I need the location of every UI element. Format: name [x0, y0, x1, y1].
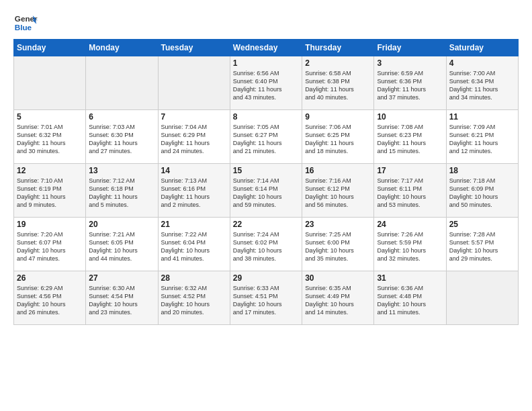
day-cell: 15Sunrise: 7:14 AM Sunset: 6:14 PM Dayli…: [230, 164, 302, 218]
day-cell: 7Sunrise: 7:04 AM Sunset: 6:29 PM Daylig…: [158, 110, 230, 164]
day-number: 3: [377, 58, 443, 68]
day-info: Sunrise: 6:36 AM Sunset: 4:48 PM Dayligh…: [377, 284, 443, 317]
day-cell: 13Sunrise: 7:12 AM Sunset: 6:18 PM Dayli…: [86, 164, 158, 218]
day-number: 7: [161, 112, 227, 122]
day-number: 5: [17, 112, 83, 122]
day-number: 24: [377, 220, 443, 229]
week-row-1: 1Sunrise: 6:56 AM Sunset: 6:40 PM Daylig…: [14, 56, 519, 110]
day-cell: 8Sunrise: 7:05 AM Sunset: 6:27 PM Daylig…: [230, 110, 302, 164]
day-cell: 16Sunrise: 7:16 AM Sunset: 6:12 PM Dayli…: [302, 164, 374, 218]
day-info: Sunrise: 6:56 AM Sunset: 6:40 PM Dayligh…: [233, 69, 299, 102]
day-number: 19: [17, 220, 83, 229]
day-cell: 30Sunrise: 6:35 AM Sunset: 4:49 PM Dayli…: [302, 271, 374, 325]
day-number: 28: [161, 273, 227, 283]
weekday-header-tuesday: Tuesday: [158, 40, 230, 56]
day-cell: 29Sunrise: 6:33 AM Sunset: 4:51 PM Dayli…: [230, 271, 302, 325]
svg-text:Blue: Blue: [15, 23, 32, 32]
day-cell: [446, 271, 518, 325]
day-cell: 1Sunrise: 6:56 AM Sunset: 6:40 PM Daylig…: [230, 56, 302, 110]
day-cell: 11Sunrise: 7:09 AM Sunset: 6:21 PM Dayli…: [446, 110, 518, 164]
day-info: Sunrise: 7:22 AM Sunset: 6:04 PM Dayligh…: [161, 230, 227, 263]
day-number: 17: [377, 166, 443, 175]
day-cell: 19Sunrise: 7:20 AM Sunset: 6:07 PM Dayli…: [14, 218, 86, 271]
weekday-header-thursday: Thursday: [302, 40, 374, 56]
day-info: Sunrise: 7:05 AM Sunset: 6:27 PM Dayligh…: [233, 123, 299, 156]
day-cell: 22Sunrise: 7:24 AM Sunset: 6:02 PM Dayli…: [230, 218, 302, 271]
day-info: Sunrise: 7:08 AM Sunset: 6:23 PM Dayligh…: [377, 123, 443, 156]
day-cell: 28Sunrise: 6:32 AM Sunset: 4:52 PM Dayli…: [158, 271, 230, 325]
day-cell: 31Sunrise: 6:36 AM Sunset: 4:48 PM Dayli…: [374, 271, 446, 325]
day-cell: [14, 56, 86, 110]
day-info: Sunrise: 7:13 AM Sunset: 6:16 PM Dayligh…: [161, 177, 227, 210]
day-cell: 9Sunrise: 7:06 AM Sunset: 6:25 PM Daylig…: [302, 110, 374, 164]
week-row-3: 12Sunrise: 7:10 AM Sunset: 6:19 PM Dayli…: [14, 164, 519, 218]
header: General Blue: [13, 11, 519, 35]
day-info: Sunrise: 7:28 AM Sunset: 5:57 PM Dayligh…: [449, 230, 515, 263]
day-cell: 17Sunrise: 7:17 AM Sunset: 6:11 PM Dayli…: [374, 164, 446, 218]
day-number: 20: [89, 220, 154, 229]
day-number: 1: [233, 58, 299, 68]
day-info: Sunrise: 7:09 AM Sunset: 6:21 PM Dayligh…: [449, 123, 515, 156]
day-info: Sunrise: 7:10 AM Sunset: 6:19 PM Dayligh…: [17, 177, 83, 210]
day-number: 15: [233, 166, 299, 175]
day-info: Sunrise: 7:12 AM Sunset: 6:18 PM Dayligh…: [89, 177, 154, 210]
week-row-5: 26Sunrise: 6:29 AM Sunset: 4:56 PM Dayli…: [14, 271, 519, 325]
day-number: 4: [449, 58, 515, 68]
day-number: 2: [305, 58, 371, 68]
day-cell: 14Sunrise: 7:13 AM Sunset: 6:16 PM Dayli…: [158, 164, 230, 218]
day-number: 27: [89, 273, 154, 283]
day-info: Sunrise: 6:58 AM Sunset: 6:38 PM Dayligh…: [305, 69, 371, 102]
weekday-header-sunday: Sunday: [14, 40, 86, 56]
weekday-header-monday: Monday: [86, 40, 158, 56]
day-info: Sunrise: 7:18 AM Sunset: 6:09 PM Dayligh…: [449, 177, 515, 210]
day-cell: 18Sunrise: 7:18 AM Sunset: 6:09 PM Dayli…: [446, 164, 518, 218]
day-number: 21: [161, 220, 227, 229]
day-number: 12: [17, 166, 83, 175]
day-number: 29: [233, 273, 299, 283]
day-number: 10: [377, 112, 443, 122]
day-cell: 5Sunrise: 7:01 AM Sunset: 6:32 PM Daylig…: [14, 110, 86, 164]
day-cell: 25Sunrise: 7:28 AM Sunset: 5:57 PM Dayli…: [446, 218, 518, 271]
day-cell: 26Sunrise: 6:29 AM Sunset: 4:56 PM Dayli…: [14, 271, 86, 325]
day-cell: 3Sunrise: 6:59 AM Sunset: 6:36 PM Daylig…: [374, 56, 446, 110]
logo: General Blue: [13, 11, 38, 35]
day-info: Sunrise: 7:25 AM Sunset: 6:00 PM Dayligh…: [305, 230, 371, 263]
day-number: 31: [377, 273, 443, 283]
day-cell: 27Sunrise: 6:30 AM Sunset: 4:54 PM Dayli…: [86, 271, 158, 325]
weekday-header-wednesday: Wednesday: [230, 40, 302, 56]
day-info: Sunrise: 7:24 AM Sunset: 6:02 PM Dayligh…: [233, 230, 299, 263]
day-number: 16: [305, 166, 371, 175]
day-info: Sunrise: 7:16 AM Sunset: 6:12 PM Dayligh…: [305, 177, 371, 210]
day-number: 26: [17, 273, 83, 283]
day-number: 18: [449, 166, 515, 175]
day-info: Sunrise: 6:32 AM Sunset: 4:52 PM Dayligh…: [161, 284, 227, 317]
day-cell: [158, 56, 230, 110]
day-number: 30: [305, 273, 371, 283]
day-number: 11: [449, 112, 515, 122]
day-cell: [86, 56, 158, 110]
day-info: Sunrise: 7:06 AM Sunset: 6:25 PM Dayligh…: [305, 123, 371, 156]
day-info: Sunrise: 7:14 AM Sunset: 6:14 PM Dayligh…: [233, 177, 299, 210]
day-info: Sunrise: 6:59 AM Sunset: 6:36 PM Dayligh…: [377, 69, 443, 102]
day-number: 8: [233, 112, 299, 122]
day-info: Sunrise: 6:35 AM Sunset: 4:49 PM Dayligh…: [305, 284, 371, 317]
day-cell: 2Sunrise: 6:58 AM Sunset: 6:38 PM Daylig…: [302, 56, 374, 110]
day-cell: 24Sunrise: 7:26 AM Sunset: 5:59 PM Dayli…: [374, 218, 446, 271]
day-number: 22: [233, 220, 299, 229]
day-number: 6: [89, 112, 154, 122]
week-row-2: 5Sunrise: 7:01 AM Sunset: 6:32 PM Daylig…: [14, 110, 519, 164]
day-cell: 10Sunrise: 7:08 AM Sunset: 6:23 PM Dayli…: [374, 110, 446, 164]
day-number: 23: [305, 220, 371, 229]
day-info: Sunrise: 7:01 AM Sunset: 6:32 PM Dayligh…: [17, 123, 83, 156]
day-number: 14: [161, 166, 227, 175]
day-info: Sunrise: 7:17 AM Sunset: 6:11 PM Dayligh…: [377, 177, 443, 210]
day-cell: 20Sunrise: 7:21 AM Sunset: 6:05 PM Dayli…: [86, 218, 158, 271]
day-cell: 21Sunrise: 7:22 AM Sunset: 6:04 PM Dayli…: [158, 218, 230, 271]
day-info: Sunrise: 6:29 AM Sunset: 4:56 PM Dayligh…: [17, 284, 83, 317]
logo-icon: General Blue: [13, 11, 38, 35]
weekday-header-friday: Friday: [374, 40, 446, 56]
day-number: 9: [305, 112, 371, 122]
day-info: Sunrise: 6:30 AM Sunset: 4:54 PM Dayligh…: [89, 284, 154, 317]
day-info: Sunrise: 7:26 AM Sunset: 5:59 PM Dayligh…: [377, 230, 443, 263]
day-info: Sunrise: 7:20 AM Sunset: 6:07 PM Dayligh…: [17, 230, 83, 263]
